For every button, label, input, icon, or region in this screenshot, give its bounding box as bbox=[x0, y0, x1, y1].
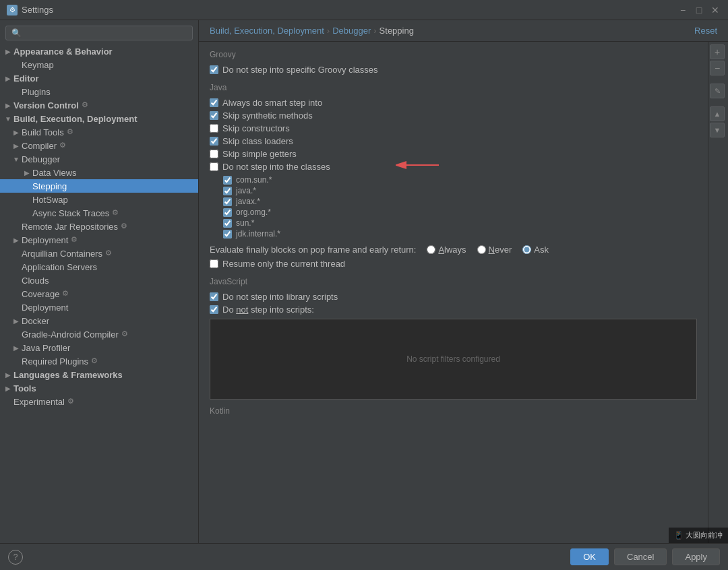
sidebar-item-stepping[interactable]: Stepping bbox=[0, 179, 198, 193]
class-checkbox[interactable] bbox=[223, 176, 232, 185]
radio-group-always: Always bbox=[427, 245, 466, 255]
settings-icon[interactable]: ⚙ bbox=[82, 100, 91, 110]
no-step-library-checkbox[interactable] bbox=[210, 292, 218, 301]
reset-button[interactable]: Reset bbox=[694, 26, 717, 36]
sidebar-item-remote-jar[interactable]: Remote Jar Repositories ⚙ bbox=[0, 220, 198, 233]
sidebar-item-label: Docker bbox=[22, 316, 49, 326]
smart-step-checkbox[interactable] bbox=[210, 98, 218, 107]
sidebar-item-label: Clouds bbox=[22, 276, 49, 286]
settings-icon[interactable]: ⚙ bbox=[105, 249, 115, 258]
minimize-button[interactable]: − bbox=[677, 4, 689, 16]
settings-icon[interactable]: ⚙ bbox=[67, 397, 77, 406]
sidebar-item-app-servers[interactable]: Application Servers bbox=[0, 260, 198, 274]
settings-icon[interactable]: ⚙ bbox=[59, 141, 69, 150]
finally-blocks-row: Evaluate finally blocks on pop frame and… bbox=[210, 242, 697, 257]
class-checkbox[interactable] bbox=[223, 219, 232, 228]
sidebar-item-docker[interactable]: Docker bbox=[0, 314, 198, 327]
arrow-icon bbox=[3, 369, 13, 380]
js-section-label: JavaScript bbox=[210, 277, 697, 286]
settings-icon[interactable]: ⚙ bbox=[121, 222, 130, 231]
skip-class-loaders-row: Skip class loaders bbox=[210, 135, 697, 148]
radio-always[interactable] bbox=[427, 245, 435, 254]
radio-group-ask: Ask bbox=[522, 245, 549, 255]
settings-icon[interactable]: ⚙ bbox=[67, 127, 76, 137]
sidebar-item-arquillian[interactable]: Arquillian Containers ⚙ bbox=[0, 247, 198, 260]
skip-simple-getters-checkbox[interactable] bbox=[210, 150, 218, 158]
sidebar-item-tools[interactable]: Tools bbox=[0, 381, 198, 395]
skip-constructors-checkbox[interactable] bbox=[210, 124, 218, 133]
move-up-button[interactable]: ▲ bbox=[710, 106, 725, 121]
sidebar-item-debugger[interactable]: Debugger bbox=[0, 152, 198, 166]
search-box[interactable]: 🔍 bbox=[5, 26, 193, 40]
sidebar-item-clouds[interactable]: Clouds bbox=[0, 274, 198, 287]
class-item-label: com.sun.* bbox=[236, 175, 272, 185]
sidebar-item-label: Version Control bbox=[13, 100, 79, 110]
sidebar-item-hotswap[interactable]: HotSwap bbox=[0, 193, 198, 206]
sidebar-item-deployment2[interactable]: Deployment bbox=[0, 300, 198, 314]
settings-icon[interactable]: ⚙ bbox=[62, 289, 71, 298]
class-item: javax.* bbox=[223, 196, 697, 207]
skip-simple-getters-label: Skip simple getters bbox=[222, 149, 297, 159]
sidebar-item-build-execution[interactable]: Build, Execution, Deployment bbox=[0, 112, 198, 125]
class-item-label: sun.* bbox=[236, 218, 254, 228]
class-checkbox[interactable] bbox=[223, 187, 232, 195]
resume-thread-checkbox[interactable] bbox=[210, 259, 218, 268]
help-button[interactable]: ? bbox=[8, 550, 23, 565]
radio-never[interactable] bbox=[477, 245, 486, 254]
sidebar-item-required-plugins[interactable]: Required Plugins ⚙ bbox=[0, 354, 198, 368]
edit-button[interactable]: ✎ bbox=[710, 84, 725, 98]
sidebar-item-appearance[interactable]: Appearance & Behavior bbox=[0, 44, 198, 58]
radio-never-label: Never bbox=[489, 245, 512, 255]
sidebar-item-label: Stepping bbox=[32, 181, 67, 191]
settings-icon[interactable]: ⚙ bbox=[121, 329, 131, 339]
arrow-icon bbox=[11, 342, 22, 353]
sidebar-item-label: Deployment bbox=[22, 235, 68, 245]
class-checkbox[interactable] bbox=[223, 230, 232, 239]
ok-button[interactable]: OK bbox=[570, 548, 609, 565]
class-checkbox[interactable] bbox=[223, 208, 232, 217]
no-step-scripts-checkbox[interactable] bbox=[210, 305, 218, 314]
search-input[interactable] bbox=[24, 28, 187, 38]
apply-button[interactable]: Apply bbox=[672, 548, 720, 565]
sidebar-item-compiler[interactable]: Compiler ⚙ bbox=[0, 139, 198, 152]
close-button[interactable]: ✕ bbox=[709, 4, 721, 16]
settings-icon[interactable]: ⚙ bbox=[71, 235, 80, 245]
settings-icon[interactable]: ⚙ bbox=[91, 356, 100, 366]
sidebar-item-deployment[interactable]: Deployment ⚙ bbox=[0, 233, 198, 247]
sidebar-item-label: Deployment bbox=[22, 303, 68, 313]
add-button[interactable]: + bbox=[710, 44, 725, 59]
search-icon: 🔍 bbox=[11, 28, 22, 38]
breadcrumb-part-2[interactable]: Debugger bbox=[332, 26, 371, 36]
radio-ask[interactable] bbox=[522, 245, 531, 254]
content-scroll: Groovy Do not step into specific Groovy … bbox=[199, 42, 708, 543]
arrow-icon bbox=[3, 73, 13, 84]
class-checkbox[interactable] bbox=[223, 197, 232, 206]
remove-button[interactable]: − bbox=[710, 61, 725, 75]
do-not-step-classes-checkbox[interactable] bbox=[210, 162, 218, 171]
sidebar-item-async-stack[interactable]: Async Stack Traces ⚙ bbox=[0, 206, 198, 220]
sidebar-item-editor[interactable]: Editor bbox=[0, 71, 198, 85]
content-area: Build, Execution, Deployment › Debugger … bbox=[199, 20, 728, 543]
cancel-button[interactable]: Cancel bbox=[614, 548, 667, 565]
smart-step-label: Always do smart step into bbox=[222, 98, 322, 108]
settings-icon[interactable]: ⚙ bbox=[112, 208, 121, 218]
sidebar-item-build-tools[interactable]: Build Tools ⚙ bbox=[0, 125, 198, 139]
sidebar-item-plugins[interactable]: Plugins bbox=[0, 85, 198, 98]
sidebar-item-gradle-android[interactable]: Gradle-Android Compiler ⚙ bbox=[0, 327, 198, 341]
sidebar-item-coverage[interactable]: Coverage ⚙ bbox=[0, 287, 198, 300]
sidebar-item-languages[interactable]: Languages & Frameworks bbox=[0, 368, 198, 381]
sidebar-item-data-views[interactable]: Data Views bbox=[0, 166, 198, 179]
skip-class-loaders-checkbox[interactable] bbox=[210, 137, 218, 146]
breadcrumb-part-1[interactable]: Build, Execution, Deployment bbox=[210, 26, 324, 36]
class-item: java.* bbox=[223, 185, 697, 196]
skip-synthetic-checkbox[interactable] bbox=[210, 111, 218, 120]
sidebar-item-experimental[interactable]: Experimental ⚙ bbox=[0, 395, 198, 408]
right-action-buttons: + − ✎ ▲ ▼ bbox=[708, 42, 728, 543]
sidebar-item-label: Arquillian Containers bbox=[22, 249, 102, 259]
move-down-button[interactable]: ▼ bbox=[710, 123, 725, 137]
maximize-button[interactable]: □ bbox=[693, 4, 705, 16]
sidebar-item-keymap[interactable]: Keymap bbox=[0, 58, 198, 71]
sidebar-item-version-control[interactable]: Version Control ⚙ bbox=[0, 98, 198, 112]
sidebar-item-java-profiler[interactable]: Java Profiler bbox=[0, 341, 198, 354]
groovy-checkbox[interactable] bbox=[210, 65, 218, 74]
